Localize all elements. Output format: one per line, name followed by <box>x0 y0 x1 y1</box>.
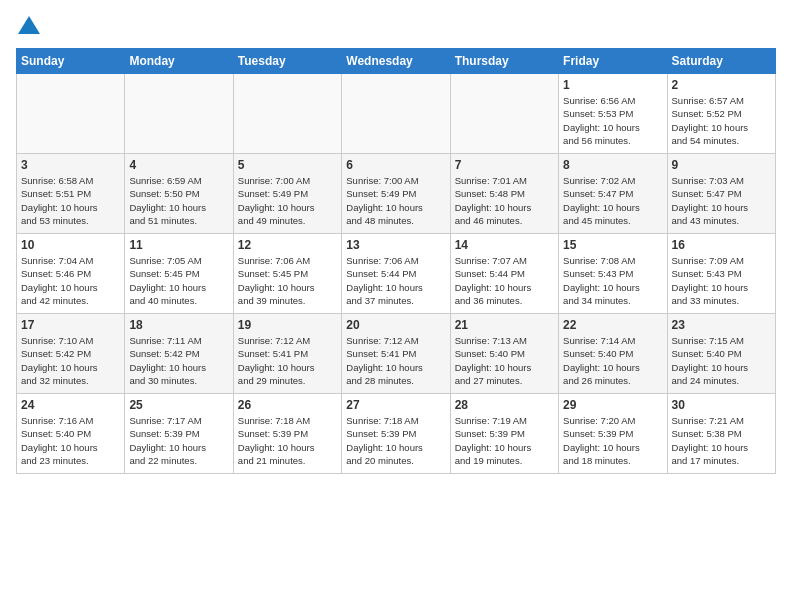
day-number: 21 <box>455 318 554 332</box>
calendar-cell: 12Sunrise: 7:06 AMSunset: 5:45 PMDayligh… <box>233 234 341 314</box>
calendar-cell <box>233 74 341 154</box>
day-number: 18 <box>129 318 228 332</box>
calendar-cell: 4Sunrise: 6:59 AMSunset: 5:50 PMDaylight… <box>125 154 233 234</box>
calendar-cell: 22Sunrise: 7:14 AMSunset: 5:40 PMDayligh… <box>559 314 667 394</box>
day-info: Sunrise: 7:12 AMSunset: 5:41 PMDaylight:… <box>238 334 337 387</box>
day-info: Sunrise: 7:21 AMSunset: 5:38 PMDaylight:… <box>672 414 771 467</box>
day-info: Sunrise: 7:03 AMSunset: 5:47 PMDaylight:… <box>672 174 771 227</box>
calendar-cell <box>125 74 233 154</box>
calendar-table: SundayMondayTuesdayWednesdayThursdayFrid… <box>16 48 776 474</box>
day-info: Sunrise: 7:00 AMSunset: 5:49 PMDaylight:… <box>346 174 445 227</box>
day-number: 24 <box>21 398 120 412</box>
day-info: Sunrise: 7:15 AMSunset: 5:40 PMDaylight:… <box>672 334 771 387</box>
weekday-header-saturday: Saturday <box>667 49 775 74</box>
calendar-cell: 7Sunrise: 7:01 AMSunset: 5:48 PMDaylight… <box>450 154 558 234</box>
day-number: 9 <box>672 158 771 172</box>
day-number: 6 <box>346 158 445 172</box>
calendar-cell <box>17 74 125 154</box>
day-info: Sunrise: 7:17 AMSunset: 5:39 PMDaylight:… <box>129 414 228 467</box>
logo-icon <box>18 16 40 36</box>
week-row-3: 10Sunrise: 7:04 AMSunset: 5:46 PMDayligh… <box>17 234 776 314</box>
day-info: Sunrise: 6:59 AMSunset: 5:50 PMDaylight:… <box>129 174 228 227</box>
calendar-cell: 24Sunrise: 7:16 AMSunset: 5:40 PMDayligh… <box>17 394 125 474</box>
logo <box>16 16 40 38</box>
calendar-cell <box>450 74 558 154</box>
calendar-cell: 18Sunrise: 7:11 AMSunset: 5:42 PMDayligh… <box>125 314 233 394</box>
calendar-cell: 26Sunrise: 7:18 AMSunset: 5:39 PMDayligh… <box>233 394 341 474</box>
calendar-cell: 11Sunrise: 7:05 AMSunset: 5:45 PMDayligh… <box>125 234 233 314</box>
day-number: 25 <box>129 398 228 412</box>
day-info: Sunrise: 7:11 AMSunset: 5:42 PMDaylight:… <box>129 334 228 387</box>
calendar-cell: 28Sunrise: 7:19 AMSunset: 5:39 PMDayligh… <box>450 394 558 474</box>
day-number: 27 <box>346 398 445 412</box>
day-number: 7 <box>455 158 554 172</box>
day-info: Sunrise: 7:00 AMSunset: 5:49 PMDaylight:… <box>238 174 337 227</box>
day-number: 23 <box>672 318 771 332</box>
day-number: 19 <box>238 318 337 332</box>
header <box>16 16 776 38</box>
day-number: 16 <box>672 238 771 252</box>
day-number: 26 <box>238 398 337 412</box>
day-number: 4 <box>129 158 228 172</box>
day-info: Sunrise: 7:20 AMSunset: 5:39 PMDaylight:… <box>563 414 662 467</box>
day-info: Sunrise: 7:18 AMSunset: 5:39 PMDaylight:… <box>238 414 337 467</box>
weekday-header-monday: Monday <box>125 49 233 74</box>
calendar-cell: 8Sunrise: 7:02 AMSunset: 5:47 PMDaylight… <box>559 154 667 234</box>
calendar-cell: 30Sunrise: 7:21 AMSunset: 5:38 PMDayligh… <box>667 394 775 474</box>
day-number: 17 <box>21 318 120 332</box>
calendar-cell: 9Sunrise: 7:03 AMSunset: 5:47 PMDaylight… <box>667 154 775 234</box>
calendar-cell: 5Sunrise: 7:00 AMSunset: 5:49 PMDaylight… <box>233 154 341 234</box>
weekday-header-sunday: Sunday <box>17 49 125 74</box>
logo-text <box>16 16 40 40</box>
day-info: Sunrise: 7:04 AMSunset: 5:46 PMDaylight:… <box>21 254 120 307</box>
day-number: 22 <box>563 318 662 332</box>
day-info: Sunrise: 7:07 AMSunset: 5:44 PMDaylight:… <box>455 254 554 307</box>
calendar-cell: 2Sunrise: 6:57 AMSunset: 5:52 PMDaylight… <box>667 74 775 154</box>
calendar-cell: 15Sunrise: 7:08 AMSunset: 5:43 PMDayligh… <box>559 234 667 314</box>
day-info: Sunrise: 7:18 AMSunset: 5:39 PMDaylight:… <box>346 414 445 467</box>
day-info: Sunrise: 6:56 AMSunset: 5:53 PMDaylight:… <box>563 94 662 147</box>
day-number: 30 <box>672 398 771 412</box>
calendar-cell: 21Sunrise: 7:13 AMSunset: 5:40 PMDayligh… <box>450 314 558 394</box>
calendar-cell: 3Sunrise: 6:58 AMSunset: 5:51 PMDaylight… <box>17 154 125 234</box>
calendar-cell: 14Sunrise: 7:07 AMSunset: 5:44 PMDayligh… <box>450 234 558 314</box>
header-row: SundayMondayTuesdayWednesdayThursdayFrid… <box>17 49 776 74</box>
calendar-cell: 13Sunrise: 7:06 AMSunset: 5:44 PMDayligh… <box>342 234 450 314</box>
weekday-header-friday: Friday <box>559 49 667 74</box>
calendar-cell: 29Sunrise: 7:20 AMSunset: 5:39 PMDayligh… <box>559 394 667 474</box>
calendar-cell: 27Sunrise: 7:18 AMSunset: 5:39 PMDayligh… <box>342 394 450 474</box>
day-number: 3 <box>21 158 120 172</box>
day-info: Sunrise: 7:06 AMSunset: 5:44 PMDaylight:… <box>346 254 445 307</box>
svg-marker-0 <box>18 16 40 34</box>
calendar-cell <box>342 74 450 154</box>
week-row-2: 3Sunrise: 6:58 AMSunset: 5:51 PMDaylight… <box>17 154 776 234</box>
day-number: 10 <box>21 238 120 252</box>
week-row-4: 17Sunrise: 7:10 AMSunset: 5:42 PMDayligh… <box>17 314 776 394</box>
day-info: Sunrise: 7:09 AMSunset: 5:43 PMDaylight:… <box>672 254 771 307</box>
day-number: 15 <box>563 238 662 252</box>
weekday-header-wednesday: Wednesday <box>342 49 450 74</box>
calendar-cell: 1Sunrise: 6:56 AMSunset: 5:53 PMDaylight… <box>559 74 667 154</box>
calendar-cell: 10Sunrise: 7:04 AMSunset: 5:46 PMDayligh… <box>17 234 125 314</box>
day-number: 28 <box>455 398 554 412</box>
day-info: Sunrise: 7:12 AMSunset: 5:41 PMDaylight:… <box>346 334 445 387</box>
day-info: Sunrise: 7:01 AMSunset: 5:48 PMDaylight:… <box>455 174 554 227</box>
day-number: 20 <box>346 318 445 332</box>
day-info: Sunrise: 7:13 AMSunset: 5:40 PMDaylight:… <box>455 334 554 387</box>
day-number: 29 <box>563 398 662 412</box>
day-info: Sunrise: 7:05 AMSunset: 5:45 PMDaylight:… <box>129 254 228 307</box>
day-info: Sunrise: 6:57 AMSunset: 5:52 PMDaylight:… <box>672 94 771 147</box>
weekday-header-thursday: Thursday <box>450 49 558 74</box>
day-info: Sunrise: 7:08 AMSunset: 5:43 PMDaylight:… <box>563 254 662 307</box>
weekday-header-tuesday: Tuesday <box>233 49 341 74</box>
calendar-cell: 17Sunrise: 7:10 AMSunset: 5:42 PMDayligh… <box>17 314 125 394</box>
calendar-cell: 20Sunrise: 7:12 AMSunset: 5:41 PMDayligh… <box>342 314 450 394</box>
day-info: Sunrise: 7:16 AMSunset: 5:40 PMDaylight:… <box>21 414 120 467</box>
calendar-cell: 6Sunrise: 7:00 AMSunset: 5:49 PMDaylight… <box>342 154 450 234</box>
day-number: 13 <box>346 238 445 252</box>
page: SundayMondayTuesdayWednesdayThursdayFrid… <box>0 0 792 484</box>
day-number: 2 <box>672 78 771 92</box>
day-number: 11 <box>129 238 228 252</box>
day-number: 8 <box>563 158 662 172</box>
day-info: Sunrise: 7:02 AMSunset: 5:47 PMDaylight:… <box>563 174 662 227</box>
